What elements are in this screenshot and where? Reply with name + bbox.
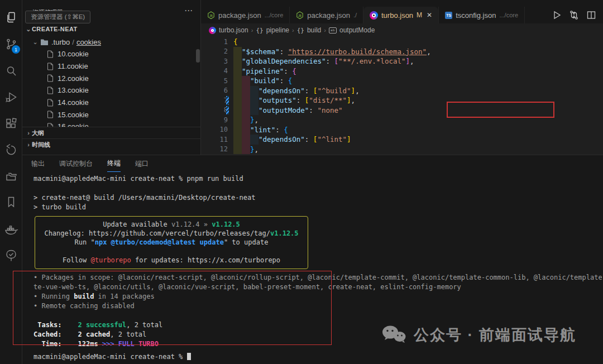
breadcrumb-file[interactable]: turbo.json xyxy=(219,26,248,34)
file-row[interactable]: 12.cookie xyxy=(22,72,200,84)
todo-tree-icon[interactable] xyxy=(0,246,22,265)
breadcrumb-outputmode[interactable]: outputMode xyxy=(339,26,375,34)
gutter xyxy=(228,66,233,76)
project-root-row[interactable]: ⌄ CREATE-NEAT xyxy=(22,22,200,36)
code-line[interactable]: 4"pipeline": { xyxy=(201,66,603,76)
gutter xyxy=(228,47,233,57)
docker-icon[interactable] xyxy=(0,221,22,240)
wechat-icon xyxy=(381,324,407,346)
source-control-badge: 1 xyxy=(12,45,20,54)
panel-tab-调试控制台[interactable]: 调试控制台 xyxy=(59,155,93,172)
code-line[interactable]: 8"outputMode": "none" xyxy=(201,106,603,116)
tab-package-json-core[interactable]: JS package.json .../core xyxy=(201,7,290,23)
more-actions-icon[interactable]: ⋯ xyxy=(184,6,193,16)
file-row[interactable]: 15.cookie xyxy=(22,108,200,121)
code-line[interactable]: 7"outputs": ["dist/**"], xyxy=(201,95,603,106)
breadcrumb-pipeline[interactable]: pipeline xyxy=(266,26,289,34)
file-icon xyxy=(47,123,54,127)
panel-tab-端口[interactable]: 端口 xyxy=(135,155,149,172)
split-editor-icon[interactable] xyxy=(586,10,596,20)
breadcrumb[interactable]: turbo.json › {} pipeline › {} build › ab… xyxy=(201,23,603,37)
timeline-label: 时间线 xyxy=(32,141,50,149)
terminal-output-line: > turbo build xyxy=(34,203,602,212)
terminal-text: Tasks: xyxy=(34,321,78,329)
breadcrumb-build[interactable]: build xyxy=(307,26,321,34)
tab-tsconfig-json[interactable]: TS tsconfig.json .../core xyxy=(438,7,525,23)
code-token: "outputMode" xyxy=(259,106,309,114)
code-token: "globalDependencies" xyxy=(242,57,326,65)
file-row[interactable]: 11.cookie xyxy=(22,60,200,73)
terminal-text: in 14 packages xyxy=(94,293,154,300)
source-control-icon[interactable]: 1 xyxy=(0,35,22,54)
timeline-section[interactable]: › 时间线 xyxy=(22,138,200,150)
tab-package-json-root[interactable]: JS package.json ./ xyxy=(290,7,363,23)
code-token: "dist/**" xyxy=(309,96,347,104)
file-icon xyxy=(47,99,54,107)
tab-label: turbo.json xyxy=(381,11,413,20)
notice-line: Update available v1.12.4 » v1.12.5 xyxy=(35,220,308,229)
compare-changes-icon[interactable] xyxy=(569,10,579,20)
tab-turbo-json[interactable]: turbo.json M ✕ xyxy=(363,7,438,23)
indent-guide xyxy=(233,47,242,57)
line-number: 8 xyxy=(201,106,228,114)
tab-bar: JS package.json .../core JS package.json… xyxy=(201,0,603,23)
git-modified-gutter xyxy=(228,106,233,116)
file-name: 14.cookie xyxy=(58,98,89,107)
indent-guide xyxy=(233,56,242,66)
sidebar-tooltip: 资源管理器 (⇧⌘E) xyxy=(25,11,90,23)
code-token: } xyxy=(250,145,255,154)
code-token: : xyxy=(296,96,305,104)
code-token: "dependsOn" xyxy=(259,87,305,95)
bookmarks-icon[interactable] xyxy=(0,193,22,212)
code-token: "dependsOn" xyxy=(259,135,305,143)
editor-area: JS package.json .../core JS package.json… xyxy=(201,0,603,155)
code-line[interactable]: 11"dependsOn": ["^lint"] xyxy=(201,135,603,145)
terminal-text: 2 cached xyxy=(78,331,110,338)
close-icon[interactable]: ✕ xyxy=(427,11,432,19)
code-token: ] xyxy=(351,87,356,95)
editor-actions xyxy=(552,10,603,23)
code-line[interactable]: 5"build": { xyxy=(201,76,603,86)
file-row[interactable]: 14.cookie xyxy=(22,97,200,109)
code-editor[interactable]: 1{2"$schema": "https://turbo.build/schem… xyxy=(201,37,603,155)
code-line[interactable]: 2"$schema": "https://turbo.build/schema.… xyxy=(201,47,603,57)
tab-label: package.json xyxy=(307,11,350,20)
modified-indicator: M xyxy=(417,11,422,19)
terminal-text: >>> xyxy=(102,340,114,348)
gutter xyxy=(228,86,233,96)
terminal-text: Follow xyxy=(63,256,91,264)
sidebar-scrollbar[interactable] xyxy=(196,49,200,63)
code-line[interactable]: 6"dependsOn": ["^build"], xyxy=(201,86,603,96)
gutter xyxy=(228,76,233,86)
run-icon[interactable] xyxy=(552,10,562,20)
watermark-text: 公众号 · 前端面试导航 xyxy=(414,325,576,345)
code-line[interactable]: 10"lint": { xyxy=(201,125,603,135)
file-name: 12.cookie xyxy=(58,74,89,83)
code-line[interactable]: 12}, xyxy=(201,145,603,155)
indent-guide xyxy=(242,145,250,155)
code-line[interactable]: 3"globalDependencies": ["**/.env.*local"… xyxy=(201,56,603,66)
outline-section[interactable]: › 大纲 xyxy=(22,127,200,138)
project-folders-icon[interactable] xyxy=(0,167,22,186)
code-line[interactable]: 9}, xyxy=(201,115,603,125)
search-icon[interactable] xyxy=(0,61,22,80)
file-row[interactable]: 16.cookie xyxy=(22,121,200,127)
indent-guide xyxy=(242,76,250,86)
panel-tab-终端[interactable]: 终端 xyxy=(107,155,121,172)
code-token: , xyxy=(410,57,414,65)
extensions-icon[interactable] xyxy=(0,114,22,133)
file-icon xyxy=(47,74,54,82)
indent-guide xyxy=(242,86,250,96)
explorer-icon[interactable] xyxy=(0,8,22,27)
folder-subname[interactable]: cookies xyxy=(76,38,101,46)
file-row[interactable]: 10.cookie xyxy=(22,48,200,60)
panel-tab-输出[interactable]: 输出 xyxy=(31,155,45,172)
code-line[interactable]: 1{ xyxy=(201,37,603,47)
code-token: { xyxy=(233,37,238,46)
file-row[interactable]: 13.cookie xyxy=(22,84,200,97)
run-debug-icon[interactable] xyxy=(0,88,22,107)
folder-row-turbo-cookies[interactable]: ⌄ .turbo / cookies xyxy=(22,36,200,48)
gutter xyxy=(228,125,233,135)
breadcrumb-separator: › xyxy=(251,27,253,33)
history-circle-icon[interactable] xyxy=(0,141,22,160)
